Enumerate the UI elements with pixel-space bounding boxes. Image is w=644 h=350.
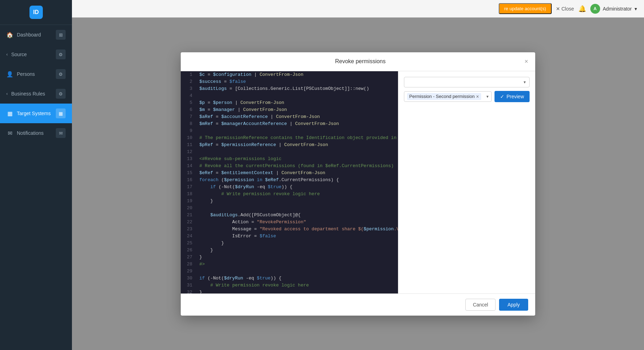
var-token: $person xyxy=(213,100,232,105)
target-systems-icon-right: ▦ xyxy=(56,108,66,118)
code-line: 13<#Revoke sub-permissions logic xyxy=(181,156,398,163)
comment-token: #> xyxy=(199,262,205,267)
var-token: $manager xyxy=(213,107,235,112)
comment-token: <#Revoke sub-permissions logic xyxy=(199,156,281,161)
line-content: } xyxy=(197,247,398,254)
line-number: 16 xyxy=(181,177,197,184)
line-content xyxy=(197,205,398,212)
cmd-token: ConvertFrom-Json xyxy=(281,170,325,176)
code-line: 22 Action = "RevokePermission" xyxy=(181,219,398,226)
op-token xyxy=(199,184,210,190)
persons-icon: 👤 xyxy=(6,71,13,78)
sidebar-item-persons[interactable]: 👤 Persons ⚙ xyxy=(0,64,72,84)
cmd-token: ConvertFrom-Json xyxy=(240,100,284,105)
code-line: 1$c = $configuration | ConvertFrom-Json xyxy=(181,71,398,78)
var-token: $configuration xyxy=(213,72,251,77)
var-token: $aRef xyxy=(199,114,213,119)
logo-area: ID xyxy=(0,0,72,25)
sidebar-item-dashboard[interactable]: 🏠 Dashboard ⊞ xyxy=(0,25,72,45)
modal-close-button[interactable]: × xyxy=(524,58,528,65)
cmd-token: ConvertFrom-Json xyxy=(260,72,304,77)
comment-token: # Revoke all the currentPermissions (fou… xyxy=(199,163,394,169)
code-editor[interactable]: 1$c = $configuration | ConvertFrom-Json2… xyxy=(181,71,398,293)
op-token: = xyxy=(205,72,213,77)
kw-token: foreach xyxy=(199,177,219,183)
sidebar-item-business-rules[interactable]: ‹ Business Rules ⚙ xyxy=(0,84,72,104)
line-content: <#Revoke sub-permissions logic xyxy=(197,156,398,163)
var-token: $permission xyxy=(224,177,254,183)
line-number: 7 xyxy=(181,113,197,120)
bool-token: $true xyxy=(257,276,271,281)
bool-token: $false xyxy=(230,79,246,84)
dashboard-icon-right: ⊞ xyxy=(56,30,66,40)
line-number: 22 xyxy=(181,219,197,226)
code-line: 5$p = $person | ConvertFrom-Json xyxy=(181,99,398,106)
line-number: 19 xyxy=(181,198,197,205)
bool-token: $false xyxy=(260,233,276,239)
op-token: } xyxy=(199,240,224,246)
op-token: IsError = xyxy=(199,233,260,239)
op-token: | xyxy=(235,107,243,112)
apply-button[interactable]: Apply xyxy=(499,299,528,311)
sidebar-item-notifications[interactable]: ✉ Notifications ✉ xyxy=(0,123,72,143)
sidebar-item-label: Notifications xyxy=(17,130,44,136)
op-token: Message = xyxy=(199,226,260,232)
line-content: foreach ($permission in $eRef.CurrentPer… xyxy=(197,177,398,184)
sidebar-item-source[interactable]: ‹ Source ⚙ xyxy=(0,45,72,64)
op-token: } xyxy=(199,290,202,293)
var-token: $dryRun xyxy=(224,276,243,281)
search-input[interactable] xyxy=(408,79,524,85)
line-content: } xyxy=(197,254,398,261)
cmd-token: ConvertFrom-Json xyxy=(295,121,339,126)
line-content: if (-Not($dryRun -eq $true)) { xyxy=(197,184,398,191)
line-content: $mRef = $managerAccountReference | Conve… xyxy=(197,120,398,127)
tag-chevron-icon[interactable]: ▾ xyxy=(486,94,489,99)
var-token: $eRef xyxy=(265,177,279,183)
chevron-down-icon: ▾ xyxy=(635,6,637,12)
line-content: Message = "Revoked access to department … xyxy=(197,226,398,233)
line-content: IsError = $false xyxy=(197,233,398,240)
sidebar-item-target-systems[interactable]: ▦ Target Systems ▦ xyxy=(0,104,72,123)
code-line: 11$pRef = $permissionReference | Convert… xyxy=(181,141,398,148)
code-line: 23 Message = "Revoked access to departme… xyxy=(181,226,398,233)
tag-remove-button[interactable]: × xyxy=(476,94,479,99)
code-line: 12 xyxy=(181,148,398,156)
op-token: | xyxy=(276,142,284,147)
str-token: "RevokePermission" xyxy=(257,219,306,225)
cmd-token: ConvertFrom-Json xyxy=(243,107,287,112)
right-panel: ▾ Permission - Second permission × ▾ xyxy=(398,71,535,293)
line-number: 14 xyxy=(181,163,197,170)
line-number: 5 xyxy=(181,99,197,106)
sidebar-item-label: Target Systems xyxy=(17,111,51,116)
code-line: 28#> xyxy=(181,261,398,268)
comment-token: # Write permission revoke logic here xyxy=(221,191,320,197)
var-token: $eRef xyxy=(199,170,213,176)
cancel-button[interactable]: Cancel xyxy=(465,299,496,311)
line-content xyxy=(197,92,398,99)
modal-overlay: Revoke permissions × 1$c = $configuratio… xyxy=(72,18,644,350)
line-content: } xyxy=(197,198,398,205)
var-token: $permission xyxy=(364,226,394,232)
preview-button[interactable]: ✓ Preview xyxy=(494,91,530,102)
alert-button[interactable]: re update account(s) xyxy=(499,3,552,14)
op-token: = xyxy=(205,107,213,112)
var-token: $p xyxy=(199,100,205,105)
code-line: 29 xyxy=(181,268,398,275)
close-x-icon: ✕ xyxy=(556,6,560,12)
sidebar: ID 🏠 Dashboard ⊞ ‹ Source ⚙ 👤 Persons ⚙ … xyxy=(0,0,72,350)
line-number: 9 xyxy=(181,127,197,134)
var-token: $accountReference xyxy=(221,114,268,119)
search-dropdown-icon[interactable]: ▾ xyxy=(524,80,526,85)
topbar-close-button[interactable]: ✕ Close xyxy=(556,6,574,12)
op-token: | xyxy=(232,100,240,105)
bell-icon[interactable]: 🔔 xyxy=(578,5,586,13)
var-token: $success xyxy=(199,79,221,84)
search-box: ▾ xyxy=(404,77,530,87)
op-token: } xyxy=(199,255,202,260)
var-token: $permissionReference xyxy=(221,142,276,147)
line-number: 13 xyxy=(181,156,197,163)
line-number: 18 xyxy=(181,191,197,198)
content-area: Revoke permissions × 1$c = $configuratio… xyxy=(72,18,644,350)
line-content: # Revoke all the currentPermissions (fou… xyxy=(197,163,398,170)
user-menu[interactable]: A Administrator ▾ xyxy=(590,4,637,14)
